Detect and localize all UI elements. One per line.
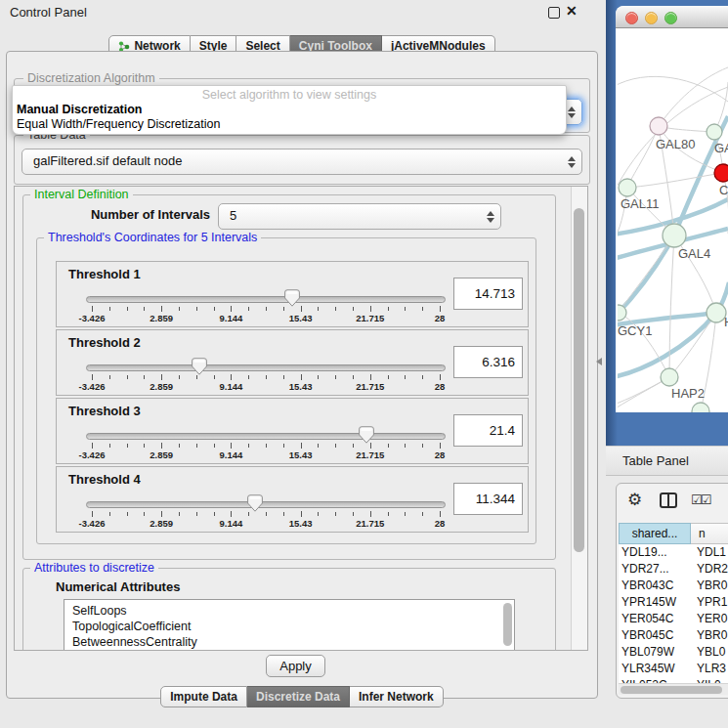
network-edge[interactable] <box>669 236 674 377</box>
checkboxes-icon[interactable]: ☑☑ <box>691 492 709 507</box>
network-window-titlebar[interactable] <box>616 6 728 28</box>
tick-mark <box>422 307 423 311</box>
slider-thumb[interactable] <box>359 426 374 444</box>
network-node-hap2[interactable] <box>661 368 678 386</box>
tick-label: 9.144 <box>201 450 260 460</box>
table-data-combobox-value: galFiltered.sif default node <box>33 153 182 168</box>
table-data-combobox[interactable]: galFiltered.sif default node <box>21 149 582 175</box>
network-edge[interactable] <box>627 173 723 188</box>
tick-mark <box>318 375 319 379</box>
network-node-gal80[interactable] <box>650 117 667 135</box>
network-node-c[interactable] <box>714 164 728 182</box>
close-icon[interactable]: ✕ <box>566 3 578 19</box>
network-canvas[interactable]: GAL80GACGAL11GAL4GCY1HHAP2 <box>618 28 728 412</box>
tick-mark <box>370 443 371 449</box>
slider-thumb[interactable] <box>192 358 207 375</box>
network-node-gal11[interactable] <box>619 179 636 196</box>
tick-label: 2.859 <box>132 313 191 323</box>
table-row[interactable]: YLR345WYLR3 <box>619 661 728 677</box>
attribute-item[interactable]: SelfLoops <box>72 603 127 619</box>
threshold-value-field[interactable]: 21.4 <box>453 414 523 447</box>
table-row[interactable]: YPR145WYPR1 <box>619 594 728 611</box>
dropdown-prompt-item[interactable]: Select algorithm to view settings <box>13 88 566 102</box>
tick-mark <box>127 375 128 379</box>
network-node-h[interactable] <box>707 303 726 322</box>
zoom-light[interactable] <box>664 12 677 24</box>
dropdown-option-equal-width[interactable]: Equal Width/Frequency Discretization <box>17 117 220 131</box>
gear-icon[interactable]: ⚙ <box>627 490 642 510</box>
table-panel-titlebar[interactable]: Table Panel <box>606 446 728 476</box>
horizontal-scrollbar-thumb[interactable] <box>621 686 722 694</box>
tick-mark <box>144 444 145 448</box>
threshold-value-field[interactable]: 14.713 <box>453 278 523 310</box>
slider-track[interactable] <box>86 296 446 303</box>
tick-mark <box>301 306 302 312</box>
tick-label: -3.426 <box>63 450 121 460</box>
number-of-intervals-combobox[interactable]: 5 <box>218 203 501 230</box>
slider-track[interactable] <box>86 433 446 440</box>
table-row[interactable]: YDR27...YDR2 <box>619 561 728 578</box>
tick-mark <box>231 511 232 517</box>
tick-mark <box>335 512 336 516</box>
table-row[interactable]: YDL19...YDL1 <box>619 544 728 561</box>
scrollbar-thumb[interactable] <box>574 208 584 552</box>
tick-label: 28 <box>410 450 469 460</box>
tick-mark <box>196 375 197 379</box>
tick-mark <box>248 512 249 516</box>
slider-thumb[interactable] <box>247 494 263 512</box>
tick-mark <box>179 512 180 516</box>
threshold-label: Threshold 2 <box>68 335 141 350</box>
threshold-value-field[interactable]: 6.316 <box>453 346 523 378</box>
network-edge[interactable] <box>618 76 728 102</box>
network-node-ga[interactable] <box>707 124 722 140</box>
tick-mark <box>370 306 371 312</box>
tick-mark <box>266 375 267 379</box>
attribute-item[interactable]: BetweennessCentrality <box>72 634 197 650</box>
network-window: GAL80GACGAL11GAL4GCY1HHAP2 <box>616 6 728 412</box>
network-node-node-partial[interactable] <box>692 403 709 412</box>
table-row[interactable]: YBL079WYBL0 <box>619 644 728 661</box>
network-edge[interactable] <box>619 236 674 313</box>
table-row[interactable]: YBR045CYBR0 <box>619 627 728 644</box>
tick-label: 15.43 <box>272 450 330 460</box>
network-node-gal4[interactable] <box>663 224 686 247</box>
attributes-group-title: Attributes to discretize <box>30 561 158 575</box>
horizontal-scrollbar[interactable] <box>619 683 728 695</box>
slider-track[interactable] <box>86 364 446 371</box>
table-cell: YPR145W <box>621 594 690 611</box>
tick-label: 28 <box>410 313 469 323</box>
dropdown-option-manual[interactable]: Manual Discretization <box>17 103 143 116</box>
table-row[interactable]: YER054CYER0 <box>619 611 728 627</box>
table-cell: YER0 <box>697 611 728 627</box>
table-row[interactable]: YBR043CYBR0 <box>619 578 728 594</box>
tick-mark <box>92 306 93 312</box>
float-window-icon[interactable] <box>548 7 560 19</box>
tab-discretize-data[interactable]: Discretize Data <box>247 686 350 707</box>
node-label: GAL80 <box>656 137 695 151</box>
minimize-light[interactable] <box>645 12 658 24</box>
apply-button[interactable]: Apply <box>266 655 325 677</box>
tick-mark <box>283 307 284 311</box>
numerical-attributes-list[interactable]: SelfLoopsTopologicalCoefficientBetweenne… <box>64 599 515 651</box>
table-cell: YPR1 <box>697 594 728 611</box>
column-header-name[interactable]: n <box>691 523 728 544</box>
columns-icon[interactable] <box>660 492 677 512</box>
tick-mark <box>353 444 354 448</box>
network-edge[interactable] <box>659 67 728 126</box>
tick-label: -3.426 <box>63 381 121 392</box>
slider-track[interactable] <box>86 501 446 508</box>
list-scrollbar-thumb[interactable] <box>503 603 512 646</box>
slider-thumb[interactable] <box>284 289 300 307</box>
tab-impute-data[interactable]: Impute Data <box>160 686 247 707</box>
tick-mark <box>179 307 180 311</box>
close-light[interactable] <box>625 12 638 24</box>
tick-mark <box>214 307 215 311</box>
threshold-value-field[interactable]: 11.344 <box>453 483 523 515</box>
attribute-item[interactable]: TopologicalCoefficient <box>72 619 191 634</box>
table-cell: YBR043C <box>621 578 690 594</box>
tick-mark <box>231 306 232 312</box>
tab-infer-network[interactable]: Infer Network <box>350 686 444 707</box>
tick-mark <box>388 444 389 448</box>
column-header-shared[interactable]: shared... <box>619 523 691 544</box>
tick-mark <box>318 444 319 448</box>
